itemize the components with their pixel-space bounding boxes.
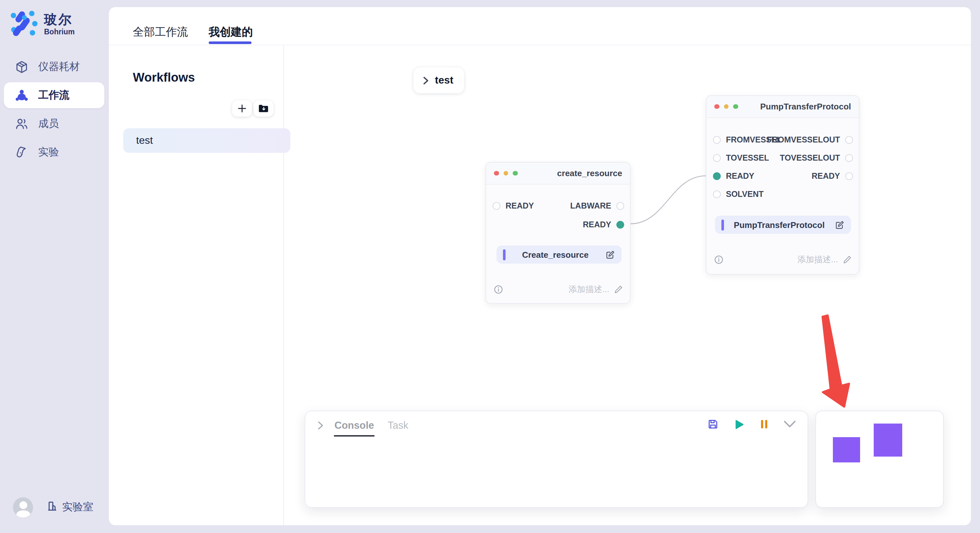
description-placeholder[interactable]: 添加描述... bbox=[797, 254, 838, 265]
port-circle-connected[interactable] bbox=[616, 221, 624, 228]
sidebar-item-label: 工作流 bbox=[38, 89, 69, 102]
pause-icon[interactable] bbox=[760, 419, 769, 429]
chevron-right-icon bbox=[422, 76, 429, 84]
text-cursor bbox=[721, 219, 724, 230]
port-label: READY bbox=[811, 171, 840, 181]
edit-icon[interactable] bbox=[835, 220, 845, 230]
pill-label: PumpTransferProtocol bbox=[724, 220, 835, 230]
info-icon[interactable] bbox=[494, 285, 503, 294]
node-footer: 添加描述... bbox=[714, 253, 852, 266]
edit-icon[interactable] bbox=[605, 250, 615, 259]
traffic-dots-icon bbox=[714, 104, 738, 109]
port-label: FROMVESSELOUT bbox=[767, 135, 840, 144]
sidebar-nav: 仪器耗材 工作流 bbox=[4, 54, 104, 168]
minimap[interactable] bbox=[815, 411, 944, 508]
port-tovesselout-out[interactable]: TOVESSELOUT bbox=[780, 152, 853, 165]
plus-icon bbox=[237, 104, 247, 113]
tab-all-workflows[interactable]: 全部工作流 bbox=[133, 25, 188, 40]
port-circle[interactable] bbox=[845, 172, 853, 180]
sidebar-item-label: 成员 bbox=[38, 117, 59, 130]
pill-label: Create_resource bbox=[505, 250, 605, 259]
port-label: TOVESSEL bbox=[726, 154, 769, 163]
port-fromvesselout-out[interactable]: FROMVESSELOUT bbox=[767, 133, 853, 146]
port-tovessel-in[interactable]: TOVESSEL bbox=[713, 152, 769, 165]
traffic-dots-icon bbox=[494, 171, 517, 176]
port-circle[interactable] bbox=[713, 136, 721, 144]
import-folder-button[interactable] bbox=[253, 100, 274, 117]
node-action-pill[interactable]: PumpTransferProtocol bbox=[715, 216, 851, 234]
lab-label: 实验室 bbox=[62, 501, 93, 514]
breadcrumb-label: test bbox=[435, 75, 453, 86]
node-header[interactable]: create_resource bbox=[486, 163, 630, 185]
lab-switcher[interactable]: 实验室 bbox=[47, 501, 93, 514]
brand-logo[interactable]: 玻尔 Bohrium bbox=[9, 8, 75, 41]
port-ready-in[interactable]: READY bbox=[713, 170, 754, 182]
tab-console[interactable]: Console bbox=[334, 420, 374, 431]
node-header[interactable]: PumpTransferProtocol bbox=[706, 96, 859, 118]
sidebar-item-experiments[interactable]: 实验 bbox=[4, 139, 104, 165]
annotation-arrow bbox=[822, 316, 849, 407]
sidebar-item-workflow[interactable]: 工作流 bbox=[4, 82, 104, 108]
save-icon[interactable] bbox=[707, 418, 719, 430]
tab-my-created[interactable]: 我创建的 bbox=[209, 25, 253, 40]
brand-name-zh: 玻尔 bbox=[44, 13, 75, 27]
chevron-down-icon[interactable] bbox=[784, 420, 796, 428]
port-solvent-in[interactable]: SOLVENT bbox=[713, 188, 764, 201]
node-create-resource[interactable]: create_resource READY LABWARE READY Crea… bbox=[485, 162, 631, 304]
port-circle[interactable] bbox=[713, 154, 721, 162]
node-title: create_resource bbox=[557, 168, 622, 178]
description-placeholder[interactable]: 添加描述... bbox=[568, 284, 609, 295]
panel-title: Workflows bbox=[133, 71, 195, 85]
port-ready-out[interactable]: READY bbox=[583, 218, 624, 231]
port-circle-connected[interactable] bbox=[713, 172, 721, 180]
port-label: SOLVENT bbox=[726, 190, 764, 199]
port-ready-in[interactable]: READY bbox=[493, 200, 534, 213]
port-labware-out[interactable]: LABWARE bbox=[570, 200, 624, 213]
collapse-chevron-icon[interactable] bbox=[316, 421, 324, 430]
workflow-list-panel: Workflows test bbox=[109, 45, 284, 525]
info-icon[interactable] bbox=[714, 255, 723, 264]
bohrium-workflow-app: 玻尔 Bohrium 仪器耗材 bbox=[0, 0, 980, 533]
minimap-node-pump-transfer bbox=[874, 424, 902, 457]
members-icon bbox=[15, 117, 29, 130]
node-footer: 添加描述... bbox=[494, 283, 623, 296]
workflow-item-name: test bbox=[136, 135, 153, 146]
console-panel: Console Task bbox=[305, 411, 808, 508]
play-icon[interactable] bbox=[734, 419, 745, 430]
port-circle[interactable] bbox=[616, 202, 624, 210]
connection-edge bbox=[631, 176, 706, 224]
node-pump-transfer-protocol[interactable]: PumpTransferProtocol FROMVESSEL FROMVESS… bbox=[706, 95, 859, 274]
port-circle[interactable] bbox=[845, 154, 853, 162]
port-label: READY bbox=[506, 201, 534, 211]
minimap-node-create-resource bbox=[833, 437, 860, 462]
add-workflow-button[interactable] bbox=[232, 100, 252, 117]
port-ready-out[interactable]: READY bbox=[811, 170, 853, 182]
breadcrumb-test[interactable]: test bbox=[414, 67, 464, 93]
text-cursor bbox=[503, 249, 505, 260]
box-icon bbox=[15, 60, 29, 73]
top-tabs: 全部工作流 我创建的 bbox=[109, 7, 971, 45]
user-avatar[interactable] bbox=[13, 497, 33, 517]
port-circle[interactable] bbox=[845, 136, 853, 144]
brand-name-en: Bohrium bbox=[44, 28, 75, 36]
pencil-icon[interactable] bbox=[614, 285, 623, 294]
sidebar-item-instruments[interactable]: 仪器耗材 bbox=[4, 54, 104, 80]
workflow-list-item-test[interactable]: test bbox=[123, 128, 290, 153]
port-circle[interactable] bbox=[493, 202, 500, 210]
port-label: LABWARE bbox=[570, 201, 611, 211]
port-label: TOVESSELOUT bbox=[780, 154, 840, 163]
bohrium-logo-icon bbox=[9, 8, 39, 41]
building-icon bbox=[47, 501, 58, 514]
workflow-icon bbox=[15, 89, 29, 102]
sidebar-item-label: 实验 bbox=[38, 145, 59, 159]
sidebar-item-label: 仪器耗材 bbox=[38, 60, 80, 73]
sidebar: 玻尔 Bohrium 仪器耗材 bbox=[0, 0, 108, 533]
folder-download-icon bbox=[258, 104, 269, 113]
experiment-icon bbox=[15, 145, 29, 159]
sidebar-item-members[interactable]: 成员 bbox=[4, 111, 104, 136]
port-circle[interactable] bbox=[713, 190, 721, 198]
node-title: PumpTransferProtocol bbox=[760, 102, 851, 111]
tab-task[interactable]: Task bbox=[388, 420, 408, 431]
pencil-icon[interactable] bbox=[843, 255, 852, 264]
node-action-pill[interactable]: Create_resource bbox=[496, 246, 622, 263]
